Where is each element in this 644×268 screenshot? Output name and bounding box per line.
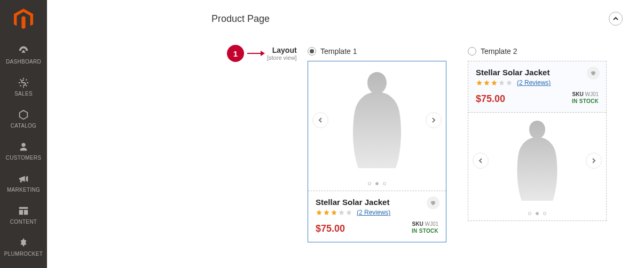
star-icon bbox=[345, 209, 352, 216]
heart-icon bbox=[430, 200, 436, 206]
sku-stock: SKU WJ01 IN STOCK bbox=[572, 91, 599, 105]
layout-option-template2: Template 2 Stellar Solar Jacket (2 Revie bbox=[468, 47, 607, 242]
carousel-dot[interactable] bbox=[543, 212, 546, 215]
star-icon bbox=[323, 209, 330, 216]
price-row: $75.00 SKU WJ01 IN STOCK bbox=[316, 220, 438, 234]
sidebar-item-content[interactable]: CONTENT bbox=[0, 199, 47, 231]
sku-label: SKU bbox=[572, 91, 584, 97]
star-icon bbox=[338, 209, 345, 216]
radio-button-icon bbox=[468, 47, 476, 56]
product-info-box: Stellar Solar Jacket (2 Reviews) $75.00 … bbox=[308, 191, 446, 242]
annotation-number: 1 bbox=[227, 45, 244, 62]
carousel-dots bbox=[308, 179, 446, 191]
reviews-link[interactable]: (2 Reviews) bbox=[357, 209, 390, 216]
template2-preview-card[interactable]: Stellar Solar Jacket (2 Reviews) $75.00 … bbox=[468, 61, 607, 221]
rating-row: (2 Reviews) bbox=[476, 79, 599, 86]
annotation-arrow-icon bbox=[247, 53, 264, 54]
product-price: $75.00 bbox=[316, 223, 345, 234]
layout-option-template1: Template 1 bbox=[308, 47, 446, 242]
chevron-right-icon bbox=[431, 117, 436, 123]
sidebar-item-label: DASHBOARD bbox=[6, 59, 41, 65]
sidebar-item-label: PLUMROCKET bbox=[4, 251, 43, 257]
radio-template2[interactable]: Template 2 bbox=[468, 47, 607, 56]
sidebar-item-marketing[interactable]: MARKETING bbox=[0, 167, 47, 199]
rating-stars bbox=[476, 80, 513, 86]
template1-preview-card[interactable]: Stellar Solar Jacket (2 Reviews) $75.00 … bbox=[308, 61, 446, 242]
chevron-left-icon bbox=[318, 117, 323, 123]
sidebar-item-dashboard[interactable]: DASHBOARD bbox=[0, 38, 47, 70]
carousel-next-button[interactable] bbox=[586, 153, 602, 169]
star-icon bbox=[483, 80, 490, 86]
sidebar-item-sales[interactable]: SALES bbox=[0, 70, 47, 103]
product-silhouette-icon bbox=[511, 118, 564, 203]
star-icon bbox=[316, 209, 323, 216]
carousel-dot[interactable] bbox=[368, 182, 371, 185]
reviews-link[interactable]: (2 Reviews) bbox=[517, 79, 551, 86]
product-name: Stellar Solar Jacket bbox=[316, 198, 438, 207]
magento-logo[interactable] bbox=[0, 0, 47, 38]
star-icon bbox=[476, 80, 483, 86]
field-label: Layout [store view] bbox=[267, 46, 297, 61]
price-row: $75.00 SKU WJ01 IN STOCK bbox=[476, 91, 599, 105]
chevron-left-icon bbox=[478, 158, 483, 163]
annotation-badge: 1 bbox=[227, 45, 264, 62]
section-title: Product Page bbox=[211, 13, 270, 25]
star-icon bbox=[491, 80, 498, 86]
rating-row: (2 Reviews) bbox=[316, 209, 438, 216]
star-icon bbox=[331, 209, 337, 216]
wishlist-button[interactable] bbox=[427, 196, 439, 209]
product-image-area bbox=[308, 61, 446, 179]
sku-value: WJ01 bbox=[425, 221, 438, 227]
sku-label: SKU bbox=[412, 221, 423, 227]
carousel-dot[interactable] bbox=[528, 212, 531, 215]
sidebar-item-plumrocket[interactable]: PLUMROCKET bbox=[0, 231, 47, 263]
star-icon bbox=[506, 80, 513, 86]
section-collapse-button[interactable] bbox=[609, 12, 623, 26]
layout-options: Template 1 bbox=[308, 47, 607, 242]
radio-label: Template 2 bbox=[481, 47, 517, 56]
radio-button-icon bbox=[308, 47, 316, 56]
rating-stars bbox=[316, 209, 352, 216]
carousel-prev-button[interactable] bbox=[312, 112, 328, 128]
stock-status: IN STOCK bbox=[572, 98, 599, 105]
carousel-next-button[interactable] bbox=[426, 112, 442, 128]
carousel-dot[interactable] bbox=[536, 212, 539, 215]
heart-icon bbox=[590, 70, 596, 76]
sidebar-item-customers[interactable]: CUSTOMERS bbox=[0, 135, 47, 167]
carousel-dot[interactable] bbox=[375, 182, 379, 185]
sidebar-item-label: CATALOG bbox=[11, 123, 36, 129]
sidebar-item-catalog[interactable]: CATALOG bbox=[0, 103, 47, 135]
sidebar-item-label: CONTENT bbox=[10, 219, 37, 225]
star-icon bbox=[498, 80, 505, 86]
sidebar-item-label: CUSTOMERS bbox=[6, 155, 41, 161]
sidebar-item-label: SALES bbox=[14, 91, 33, 97]
sidebar-item-label: MARKETING bbox=[7, 187, 40, 193]
section-header: Product Page bbox=[47, 0, 644, 26]
carousel-dot[interactable] bbox=[383, 182, 386, 185]
stock-status: IN STOCK bbox=[412, 227, 438, 234]
product-name: Stellar Solar Jacket bbox=[476, 68, 599, 77]
admin-sidebar: DASHBOARD SALES CATALOG CUSTOMERS MARKET… bbox=[0, 0, 47, 268]
carousel-dots bbox=[468, 209, 606, 220]
chevron-right-icon bbox=[592, 158, 596, 163]
wishlist-button[interactable] bbox=[587, 67, 600, 80]
chevron-up-icon bbox=[613, 16, 618, 21]
product-image-area bbox=[468, 113, 606, 209]
product-price: $75.00 bbox=[476, 93, 505, 105]
radio-template1[interactable]: Template 1 bbox=[308, 47, 446, 56]
sku-stock: SKU WJ01 IN STOCK bbox=[412, 220, 438, 234]
field-label-text: Layout bbox=[267, 46, 297, 54]
sidebar-menu: DASHBOARD SALES CATALOG CUSTOMERS MARKET… bbox=[0, 38, 47, 263]
sku-value: WJ01 bbox=[585, 91, 599, 97]
carousel-prev-button[interactable] bbox=[473, 153, 489, 169]
product-silhouette-icon bbox=[345, 69, 409, 171]
radio-label: Template 1 bbox=[320, 47, 357, 56]
field-scope: [store view] bbox=[267, 54, 297, 61]
product-info-box: Stellar Solar Jacket (2 Reviews) $75.00 … bbox=[468, 61, 606, 113]
